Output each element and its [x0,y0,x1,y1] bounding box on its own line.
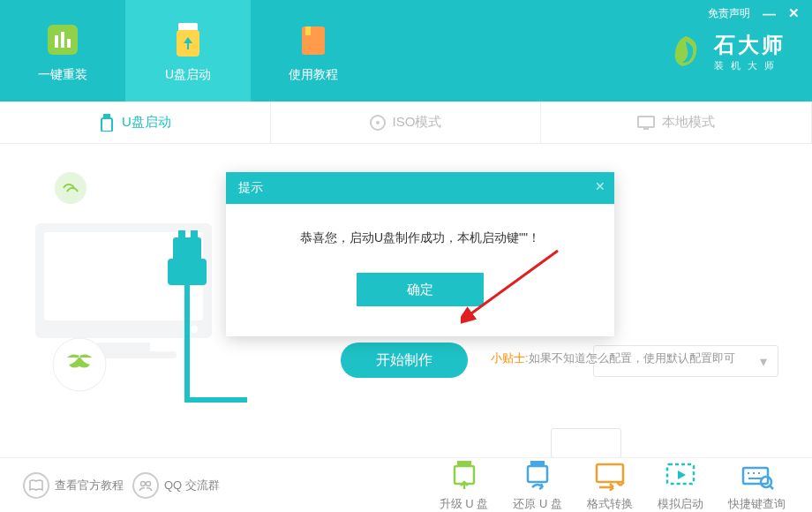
svg-rect-6 [302,26,325,55]
svg-rect-9 [102,118,112,132]
start-create-button[interactable]: 开始制作 [341,343,468,378]
action-format-convert[interactable]: 格式转换 [587,459,633,512]
svg-rect-20 [168,259,207,285]
svg-rect-1 [55,35,58,48]
nav-tutorial[interactable]: 使用教程 [251,0,376,102]
hotkey-lookup-icon [740,459,775,491]
footer: 查看官方教程 QQ 交流群 升级 U 盘 还原 U 盘 格式转换 模拟启动 快捷 [0,457,812,512]
action-hotkey-lookup[interactable]: 快捷键查询 [728,459,786,512]
iso-icon [370,115,386,131]
reinstall-icon [42,19,83,60]
svg-point-11 [376,121,380,124]
tab-label: ISO模式 [393,114,442,131]
svg-rect-22 [178,230,185,239]
nav-reinstall[interactable]: 一键重装 [0,0,125,102]
svg-rect-7 [305,26,311,35]
tab-iso-mode[interactable]: ISO模式 [271,102,542,143]
config-input[interactable] [551,428,621,458]
usb-illustration [18,170,247,453]
nav-usb-boot[interactable]: U盘启动 [125,0,251,102]
svg-line-40 [770,486,773,489]
action-restore-usb[interactable]: 还原 U 盘 [513,459,562,512]
svg-rect-12 [638,117,654,127]
modal-ok-button[interactable]: 确定 [357,273,484,306]
tutorial-icon [293,19,334,60]
nav-label: U盘启动 [165,67,211,83]
svg-rect-34 [743,468,768,484]
tab-usb-boot[interactable]: U盘启动 [0,102,271,143]
simulate-boot-icon [663,459,698,491]
close-button[interactable]: ✕ [788,5,800,21]
monitor-icon [637,116,655,130]
modal-message: 恭喜您，启动U盘制作成功，本机启动键""！ [244,230,597,246]
svg-rect-16 [97,343,150,351]
svg-point-24 [191,326,198,333]
svg-rect-13 [643,128,649,130]
svg-rect-31 [528,466,547,482]
people-icon [132,472,159,499]
brand: 石大师 装机大师 [666,31,786,72]
restore-usb-icon [520,459,555,491]
nav-label: 一键重装 [38,67,87,83]
mode-tabs: U盘启动 ISO模式 本地模式 [0,102,812,144]
start-button-label: 开始制作 [376,351,432,370]
tab-label: 本地模式 [662,114,715,131]
brand-title: 石大师 [714,31,786,59]
format-convert-icon [592,459,628,491]
action-upgrade-usb[interactable]: 升级 U 盘 [440,459,489,512]
chevron-down-icon: ▾ [760,353,767,370]
modal-close-button[interactable]: ✕ [595,179,605,193]
tab-local-mode[interactable]: 本地模式 [541,102,812,143]
svg-rect-3 [67,39,71,48]
qq-group-link[interactable]: QQ 交流群 [132,472,220,499]
tip-label: 小贴士: [491,351,529,365]
svg-rect-32 [597,464,623,482]
upgrade-usb-icon [447,459,482,491]
modal-title: 提示 [238,180,263,196]
svg-rect-2 [61,32,64,48]
usb-icon [99,114,115,132]
svg-point-26 [141,481,146,486]
svg-rect-23 [191,230,198,239]
official-tutorial-link[interactable]: 查看官方教程 [23,472,124,499]
brand-subtitle: 装机大师 [714,59,786,72]
svg-rect-21 [173,237,201,262]
action-simulate-boot[interactable]: 模拟启动 [658,459,703,512]
book-icon [23,472,49,499]
window-controls: 免责声明 ― ✕ [708,5,800,21]
svg-point-27 [147,481,151,486]
tip-text: 小贴士:如果不知道怎么配置，使用默认配置即可 [491,350,735,366]
brand-logo-icon [666,33,705,72]
nav-label: 使用教程 [289,67,338,83]
minimize-button[interactable]: ― [763,6,776,21]
success-modal: 提示 ✕ 恭喜您，启动U盘制作成功，本机启动键""！ 确定 [226,172,614,336]
app-header: 一键重装 U盘启动 使用教程 免责声明 ― ✕ 石大师 装机大师 [0,0,812,102]
modal-body: 恭喜您，启动U盘制作成功，本机启动键""！ 确定 [226,204,614,336]
disclaimer-link[interactable]: 免责声明 [708,6,750,21]
usb-boot-icon [168,19,208,60]
svg-point-25 [191,343,198,350]
modal-header: 提示 ✕ [226,172,614,204]
tab-label: U盘启动 [122,114,171,131]
